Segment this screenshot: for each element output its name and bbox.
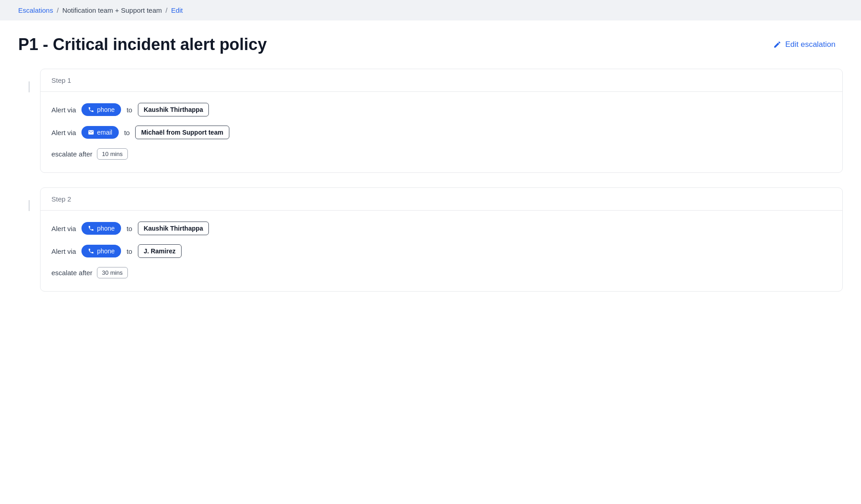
alert-via-label-3: Alert via	[51, 225, 76, 232]
phone-badge-label-1: phone	[97, 106, 115, 113]
breadcrumb-team-text: Notification team + Support team	[62, 6, 162, 14]
escalate-time-badge-2: 30 mins	[97, 267, 128, 278]
phone-icon-1	[88, 106, 94, 113]
breadcrumb-escalations-link[interactable]: Escalations	[18, 6, 53, 14]
escalate-label-2: escalate after	[51, 269, 92, 277]
step-2-wrapper: Step 2 Alert via phone to	[18, 187, 843, 292]
email-badge-label-1: email	[97, 129, 112, 136]
page-title: P1 - Critical incident alert policy	[18, 35, 267, 54]
edit-escalation-button[interactable]: Edit escalation	[766, 36, 843, 53]
step-1-wrapper: Step 1 Alert via phone to	[18, 69, 843, 173]
step-2-header: Step 2	[41, 188, 842, 211]
step-2-alert-2: Alert via phone to J. Ramirez	[51, 244, 831, 258]
escalate-time-1: 10 mins	[102, 151, 123, 157]
steps-container: Step 1 Alert via phone to	[18, 69, 843, 306]
email-badge-1: email	[81, 126, 118, 139]
step-1-body: Alert via phone to Kaushik Thirthappa	[41, 92, 842, 172]
phone-badge-label-3: phone	[97, 247, 115, 255]
to-label-4: to	[127, 247, 132, 255]
recipient-badge-1: Kaushik Thirthappa	[138, 103, 209, 116]
recipient-name-3: Kaushik Thirthappa	[144, 225, 203, 232]
step-1-card: Step 1 Alert via phone to	[40, 69, 843, 173]
to-label-2: to	[124, 129, 130, 136]
step-1-alert-2: Alert via email to Michaël from Support …	[51, 126, 831, 139]
to-label-1: to	[127, 106, 132, 114]
recipient-name-4: J. Ramirez	[144, 247, 176, 255]
breadcrumb-edit-link[interactable]: Edit	[171, 6, 183, 14]
step-2-indicator	[18, 187, 40, 211]
step-1-indicator	[18, 69, 40, 92]
recipient-badge-3: Kaushik Thirthappa	[138, 222, 209, 235]
breadcrumb-sep1: /	[57, 6, 59, 14]
escalate-time-2: 30 mins	[102, 269, 123, 276]
alert-via-label-2: Alert via	[51, 129, 76, 136]
edit-escalation-label: Edit escalation	[785, 40, 836, 49]
step-1-header: Step 1	[41, 69, 842, 92]
step-2-alert-1: Alert via phone to Kaushik Thirthappa	[51, 222, 831, 235]
phone-badge-2: phone	[81, 222, 121, 235]
step-2-line	[29, 200, 30, 211]
alert-via-label-4: Alert via	[51, 247, 76, 255]
step-1-alert-1: Alert via phone to Kaushik Thirthappa	[51, 103, 831, 116]
to-label-3: to	[127, 225, 132, 232]
email-icon-1	[88, 129, 94, 136]
recipient-name-2: Michaël from Support team	[141, 129, 223, 136]
escalate-label-1: escalate after	[51, 150, 92, 158]
step-1-escalate: escalate after 10 mins	[51, 148, 831, 160]
alert-via-label-1: Alert via	[51, 106, 76, 114]
phone-badge-label-2: phone	[97, 225, 115, 232]
step-2-body: Alert via phone to Kaushik Thirthappa	[41, 211, 842, 291]
recipient-badge-2: Michaël from Support team	[135, 126, 229, 139]
escalate-time-badge-1: 10 mins	[97, 148, 128, 160]
page-header: P1 - Critical incident alert policy Edit…	[18, 35, 843, 54]
pencil-icon	[773, 40, 781, 49]
recipient-badge-4: J. Ramirez	[138, 244, 182, 258]
step-1-label: Step 1	[51, 76, 71, 84]
breadcrumb: Escalations / Notification team + Suppor…	[0, 0, 861, 20]
phone-badge-3: phone	[81, 245, 121, 257]
main-content: P1 - Critical incident alert policy Edit…	[0, 20, 861, 321]
phone-icon-3	[88, 248, 94, 254]
step-1-line	[29, 81, 30, 92]
phone-badge-1: phone	[81, 103, 121, 116]
recipient-name-1: Kaushik Thirthappa	[144, 106, 203, 113]
step-2-escalate: escalate after 30 mins	[51, 267, 831, 278]
breadcrumb-sep2: /	[166, 6, 167, 14]
step-2-label: Step 2	[51, 195, 71, 203]
phone-icon-2	[88, 225, 94, 232]
step-2-card: Step 2 Alert via phone to	[40, 187, 843, 292]
